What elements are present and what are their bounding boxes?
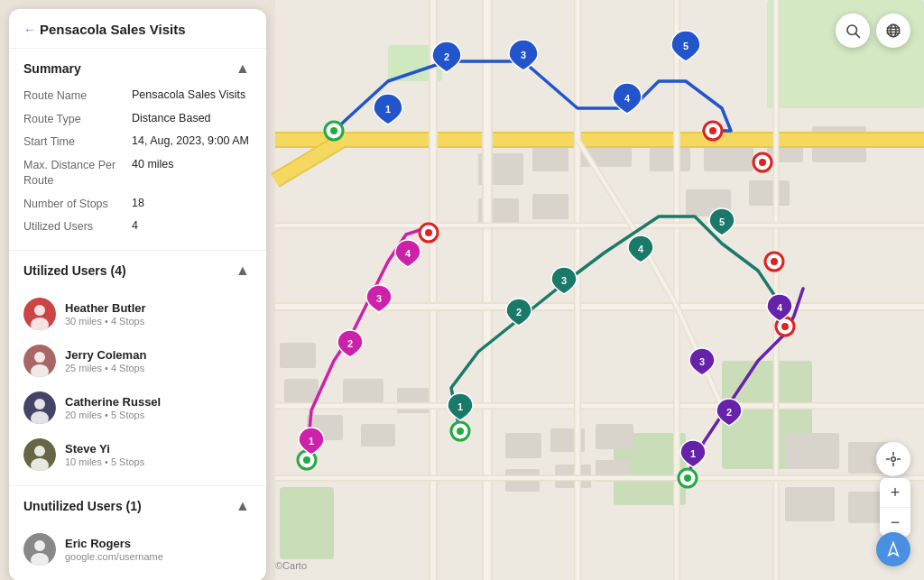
location-button[interactable] bbox=[876, 442, 910, 476]
summary-label: Number of Stops bbox=[23, 197, 132, 213]
gps-button[interactable] bbox=[876, 532, 910, 566]
list-item[interactable]: Steve Yi 10 miles • 5 Stops bbox=[9, 431, 266, 478]
summary-label: Route Name bbox=[23, 88, 132, 105]
svg-rect-33 bbox=[284, 379, 319, 402]
svg-text:1: 1 bbox=[690, 448, 696, 459]
svg-text:3: 3 bbox=[376, 293, 382, 304]
utilized-users-header: Utilized Users (4) ▲ bbox=[9, 251, 266, 287]
svg-point-112 bbox=[892, 457, 896, 462]
svg-text:2: 2 bbox=[726, 407, 732, 418]
svg-text:2: 2 bbox=[444, 51, 449, 62]
utilized-users-collapse-button[interactable]: ▲ bbox=[234, 262, 252, 280]
list-item[interactable]: Catherine Russel 20 miles • 5 Stops bbox=[9, 384, 266, 431]
user-name: Steve Yi bbox=[65, 442, 252, 456]
svg-text:3: 3 bbox=[699, 356, 705, 367]
user-meta: 10 miles • 5 Stops bbox=[65, 456, 252, 467]
avatar bbox=[23, 533, 56, 566]
summary-row: Route NamePensacola Sales Visits bbox=[23, 85, 252, 108]
page-title: Pensacola Sales Visits bbox=[40, 22, 186, 37]
svg-rect-28 bbox=[596, 424, 633, 449]
svg-point-100 bbox=[34, 446, 45, 456]
utilized-users-section: Utilized Users (4) ▲ Heather Butler 30 m… bbox=[9, 251, 266, 486]
summary-row: Utilized Users4 bbox=[23, 216, 252, 239]
user-name: Catherine Russel bbox=[65, 395, 252, 409]
back-arrow-icon: ← bbox=[23, 23, 36, 37]
svg-rect-22 bbox=[785, 433, 839, 469]
svg-text:4: 4 bbox=[405, 248, 411, 259]
summary-label: Max. Distance Per Route bbox=[23, 158, 132, 189]
svg-text:1: 1 bbox=[309, 436, 314, 447]
zoom-controls: + − bbox=[880, 478, 910, 537]
summary-collapse-button[interactable]: ▲ bbox=[234, 60, 252, 78]
svg-point-81 bbox=[425, 229, 432, 236]
svg-text:4: 4 bbox=[777, 302, 783, 313]
user-meta: 30 miles • 4 Stops bbox=[65, 316, 252, 327]
svg-point-91 bbox=[34, 305, 45, 316]
unutilized-users-section: Unutilized Users (1) ▲ Eric Rogers googl… bbox=[9, 486, 266, 581]
svg-point-89 bbox=[771, 258, 778, 265]
svg-point-75 bbox=[303, 456, 310, 464]
svg-text:3: 3 bbox=[561, 275, 567, 286]
back-button[interactable]: ← bbox=[23, 23, 36, 37]
summary-title: Summary bbox=[23, 61, 81, 76]
utilized-users-title: Utilized Users (4) bbox=[23, 263, 126, 278]
svg-point-71 bbox=[781, 323, 789, 330]
summary-row: Start Time14, Aug, 2023, 9:00 AM bbox=[23, 131, 252, 154]
summary-label: Utilized Users bbox=[23, 219, 132, 235]
unutilized-users-collapse-button[interactable]: ▲ bbox=[234, 497, 252, 515]
svg-rect-32 bbox=[280, 343, 316, 368]
summary-label: Start Time bbox=[23, 134, 132, 151]
svg-text:4: 4 bbox=[638, 244, 644, 254]
svg-rect-10 bbox=[650, 144, 690, 171]
user-meta: 20 miles • 5 Stops bbox=[65, 410, 252, 420]
avatar bbox=[23, 438, 56, 471]
list-item[interactable]: Heather Butler 30 miles • 4 Stops bbox=[9, 290, 266, 337]
avatar bbox=[23, 391, 56, 424]
svg-point-103 bbox=[34, 540, 45, 551]
side-panel: ← Pensacola Sales Visits Summary ▲ Route… bbox=[9, 9, 266, 580]
summary-value: Distance Based bbox=[132, 112, 252, 128]
utilized-users-list: Heather Butler 30 miles • 4 Stops Jerry … bbox=[9, 287, 266, 485]
search-button[interactable] bbox=[836, 14, 870, 48]
svg-point-73 bbox=[759, 159, 766, 166]
svg-point-62 bbox=[709, 127, 716, 134]
svg-rect-24 bbox=[785, 487, 835, 521]
svg-text:1: 1 bbox=[385, 104, 391, 115]
svg-point-64 bbox=[457, 428, 464, 435]
svg-text:5: 5 bbox=[683, 41, 688, 51]
avatar bbox=[23, 298, 56, 330]
summary-value: 18 bbox=[132, 197, 252, 213]
summary-value: 4 bbox=[132, 219, 252, 235]
svg-point-83 bbox=[684, 474, 691, 482]
summary-value: Pensacola Sales Visits bbox=[132, 88, 252, 105]
svg-text:5: 5 bbox=[719, 216, 725, 227]
svg-point-94 bbox=[34, 352, 45, 363]
svg-text:1: 1 bbox=[457, 401, 463, 412]
svg-rect-26 bbox=[505, 433, 541, 458]
svg-rect-17 bbox=[749, 180, 790, 206]
carto-logo: ©Carto bbox=[275, 560, 307, 571]
user-meta: 25 miles • 4 Stops bbox=[65, 363, 252, 373]
svg-point-97 bbox=[34, 399, 45, 410]
panel-header: ← Pensacola Sales Visits bbox=[9, 9, 266, 49]
summary-value: 14, Aug, 2023, 9:00 AM bbox=[132, 134, 252, 151]
user-name: Heather Butler bbox=[65, 301, 252, 315]
svg-rect-8 bbox=[532, 144, 568, 171]
summary-row: Max. Distance Per Route40 miles bbox=[23, 154, 252, 193]
svg-text:2: 2 bbox=[347, 338, 353, 349]
globe-button[interactable] bbox=[876, 14, 910, 48]
svg-rect-18 bbox=[343, 379, 383, 406]
list-item[interactable]: Jerry Coleman 25 miles • 4 Stops bbox=[9, 337, 266, 384]
avatar bbox=[23, 345, 56, 377]
svg-rect-6 bbox=[280, 487, 334, 559]
unutilized-users-header: Unutilized Users (1) ▲ bbox=[9, 486, 266, 522]
summary-label: Route Type bbox=[23, 112, 132, 128]
svg-text:4: 4 bbox=[624, 93, 631, 104]
summary-section: Summary ▲ Route NamePensacola Sales Visi… bbox=[9, 49, 266, 251]
user-meta: google.com/username bbox=[65, 551, 252, 562]
svg-point-60 bbox=[330, 127, 337, 134]
list-item[interactable]: Eric Rogers google.com/username bbox=[9, 526, 266, 573]
svg-line-106 bbox=[855, 33, 859, 37]
svg-text:2: 2 bbox=[516, 307, 522, 318]
zoom-in-button[interactable]: + bbox=[880, 478, 910, 507]
